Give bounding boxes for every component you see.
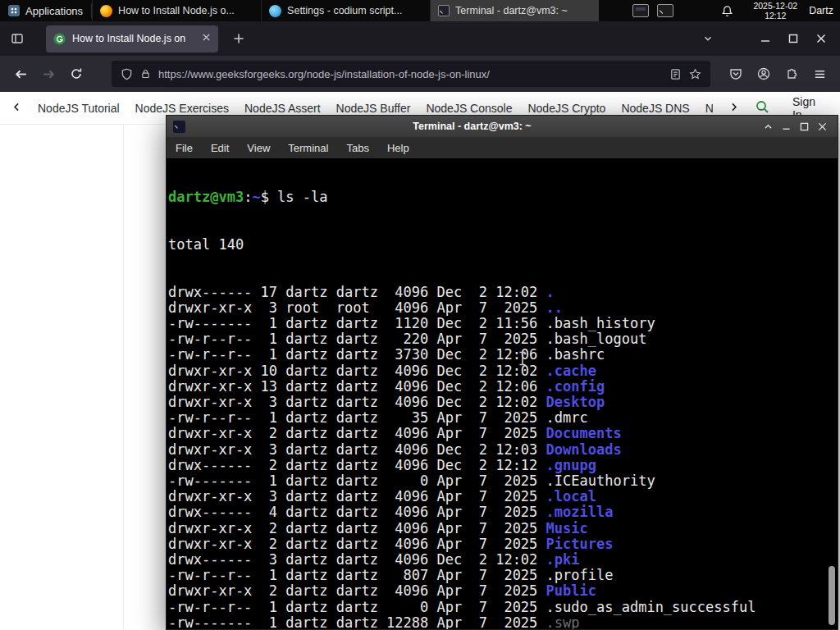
tray-display-icon[interactable] xyxy=(632,4,649,17)
clock-date: 2025-12-02 xyxy=(753,1,797,11)
firefox-icon xyxy=(100,5,112,17)
terminal-output-line: drwxr-xr-x 3 root root 4096 Apr 7 2025 .… xyxy=(168,300,838,316)
menu-tabs[interactable]: Tabs xyxy=(337,142,377,154)
page-sidebar-divider xyxy=(123,125,124,630)
applications-label: Applications xyxy=(25,5,83,17)
terminal-output-line: drwx------ 17 dartz dartz 4096 Dec 2 12:… xyxy=(168,285,838,300)
taskbar-window-title: Terminal - dartz@vm3: ~ xyxy=(455,5,568,16)
nav-item-nodejs-crypto[interactable]: NodeJS Crypto xyxy=(527,102,605,115)
nav-scroll-left-icon[interactable] xyxy=(11,102,22,115)
file-name: .sudo_as_admin_successful xyxy=(546,599,756,615)
panel-clock[interactable]: 2025-12-02 12:12 xyxy=(745,1,806,21)
browser-tab-active[interactable]: How to Install Node.js on xyxy=(46,25,218,52)
browser-window-controls xyxy=(751,26,835,51)
menu-edit[interactable]: Edit xyxy=(202,142,238,154)
desktop: Applications How to Install Node.js o...… xyxy=(0,0,840,630)
browser-toolbar: https://www.geeksforgeeks.org/node-js/in… xyxy=(0,56,840,92)
file-name: .dmrc xyxy=(546,409,588,426)
new-tab-button[interactable] xyxy=(226,26,251,51)
file-name: .bash_logout xyxy=(546,331,647,347)
geeksforgeeks-favicon xyxy=(53,33,66,45)
nav-item-nodejs-buffer[interactable]: NodeJS Buffer xyxy=(336,102,411,115)
close-button[interactable] xyxy=(807,26,835,51)
terminal-maximize-button[interactable] xyxy=(795,117,813,135)
terminal-output: drwx------ 17 dartz dartz 4096 Dec 2 12:… xyxy=(168,285,838,629)
list-tabs-chevron-icon[interactable] xyxy=(696,26,720,51)
terminal-minimize-button[interactable] xyxy=(777,117,795,135)
url-text[interactable]: https://www.geeksforgeeks.org/node-js/in… xyxy=(158,68,662,80)
lock-icon[interactable] xyxy=(140,68,151,80)
nav-scroll-right-icon[interactable] xyxy=(728,102,739,115)
nav-item-nodejs-console[interactable]: NodeJS Console xyxy=(426,102,512,115)
file-name: .profile xyxy=(546,567,614,583)
nav-item-nodejs-assert[interactable]: NodeJS Assert xyxy=(244,102,321,115)
nav-item-node-truncated[interactable]: Node xyxy=(705,102,713,115)
bookmark-star-icon[interactable] xyxy=(689,68,701,80)
terminal-scrollbar-thumb[interactable] xyxy=(829,566,835,625)
file-name: .mozilla xyxy=(546,504,614,520)
hamburger-menu-icon[interactable] xyxy=(806,61,833,87)
forward-button[interactable] xyxy=(34,61,62,87)
terminal-output-line: -rw-r--r-- 1 dartz dartz 807 Apr 7 2025 … xyxy=(168,568,838,583)
terminal-body[interactable]: dartz@vm3:~$ ls -la total 140 drwx------… xyxy=(167,158,838,629)
terminal-output-line: drwxr-xr-x 3 dartz dartz 4096 Dec 2 12:0… xyxy=(168,442,838,458)
prompt-user-host: dartz@vm3 xyxy=(168,189,244,205)
menu-help[interactable]: Help xyxy=(378,142,418,154)
menu-terminal[interactable]: Terminal xyxy=(279,142,337,154)
taskbar-window-title: How to Install Node.js o... xyxy=(118,5,235,16)
menu-view[interactable]: View xyxy=(238,142,279,154)
file-name: Public xyxy=(546,582,596,599)
nav-item-nodejs-exercises[interactable]: NodeJS Exercises xyxy=(135,102,229,115)
terminal-output-line: drwx------ 4 dartz dartz 4096 Apr 7 2025… xyxy=(168,504,838,520)
file-name: .pki xyxy=(546,551,580,568)
top-panel: Applications How to Install Node.js o...… xyxy=(0,0,840,21)
file-name: . xyxy=(546,284,555,300)
prompt-command: ls -la xyxy=(269,189,328,205)
terminal-titlebar[interactable]: Terminal - dartz@vm3: ~ xyxy=(167,116,838,137)
file-name: .config xyxy=(546,378,605,395)
terminal-output-line: drwxr-xr-x 3 dartz dartz 4096 Dec 2 12:0… xyxy=(168,395,838,410)
prompt-symbol: $ xyxy=(261,189,269,205)
clock-time: 12:12 xyxy=(765,11,786,21)
reader-view-icon[interactable] xyxy=(669,68,682,80)
file-name: Music xyxy=(546,520,588,536)
minimize-button[interactable] xyxy=(751,26,779,51)
terminal-output-line: -rw-r--r-- 1 dartz dartz 3730 Dec 2 12:0… xyxy=(168,347,838,363)
maximize-button[interactable] xyxy=(779,26,807,51)
file-name: Documents xyxy=(546,425,622,441)
notification-bell-icon[interactable] xyxy=(721,5,733,17)
nav-item-nodejs-tutorial[interactable]: NodeJS Tutorial xyxy=(38,102,120,115)
file-name: .bashrc xyxy=(546,346,605,363)
firefox-view-icon[interactable] xyxy=(5,26,30,51)
terminal-close-button[interactable] xyxy=(813,117,831,135)
file-name: .cache xyxy=(546,363,596,379)
pocket-icon[interactable] xyxy=(722,61,750,87)
browser-tab-bar: How to Install Node.js on xyxy=(0,21,840,56)
tracking-shield-icon[interactable] xyxy=(121,68,133,80)
applications-menu-button[interactable]: Applications xyxy=(0,0,91,21)
back-button[interactable] xyxy=(7,61,34,87)
shade-button[interactable] xyxy=(759,117,777,135)
taskbar-window-firefox[interactable]: How to Install Node.js o... xyxy=(92,0,261,21)
terminal-output-line: drwxr-xr-x 2 dartz dartz 4096 Apr 7 2025… xyxy=(168,536,838,552)
applications-icon xyxy=(8,5,20,16)
terminal-output-line: -rw------- 1 dartz dartz 12288 Apr 7 202… xyxy=(168,615,838,629)
reload-button[interactable] xyxy=(62,61,90,87)
file-name: Pictures xyxy=(546,536,614,552)
nav-item-nodejs-dns[interactable]: NodeJS DNS xyxy=(621,102,689,115)
url-bar[interactable]: https://www.geeksforgeeks.org/node-js/in… xyxy=(112,61,710,87)
site-search-icon[interactable] xyxy=(755,99,769,116)
tab-title: How to Install Node.js on xyxy=(72,33,195,44)
taskbar-window-terminal[interactable]: Terminal - dartz@vm3: ~ xyxy=(430,0,599,21)
codium-icon xyxy=(269,5,281,17)
tray-terminal-icon[interactable] xyxy=(657,4,673,17)
menu-file[interactable]: File xyxy=(167,142,202,154)
account-icon[interactable] xyxy=(750,61,778,87)
file-name: .ICEauthority xyxy=(546,472,655,489)
prompt-path: ~ xyxy=(252,189,260,205)
terminal-output-line: drwxr-xr-x 2 dartz dartz 4096 Apr 7 2025… xyxy=(168,426,838,441)
taskbar-window-codium[interactable]: Settings - codium script... xyxy=(261,0,430,21)
tab-close-icon[interactable] xyxy=(202,33,211,44)
file-name: .. xyxy=(546,299,563,316)
extensions-puzzle-icon[interactable] xyxy=(778,61,806,87)
